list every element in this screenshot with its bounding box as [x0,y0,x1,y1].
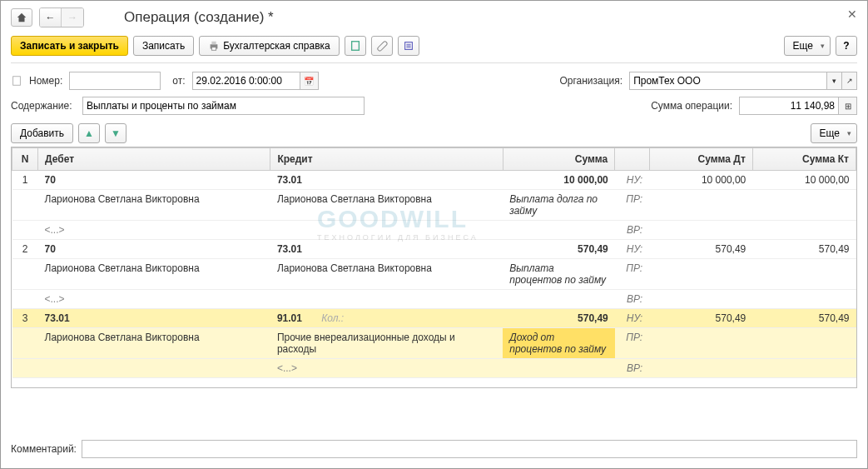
table-row[interactable]: 27073.01570,49НУ:570,49570,49 [12,240,856,259]
calendar-button[interactable]: 📅 [300,72,319,90]
cell-sumdt: 570,49 [649,240,752,259]
table-header-row: N Дебет Кредит Сумма Сумма Дт Сумма Кт [12,148,856,171]
col-n[interactable]: N [12,148,38,171]
sum-field: ⊞ [739,97,857,115]
close-button[interactable]: ✕ [847,7,857,21]
org-field: ▾ ↗ [629,72,857,90]
cell-credit-sub2 [270,221,503,240]
cell-tag-pr: ПР: [615,190,649,221]
row-content-sum: Содержание: Сумма операции: ⊞ [11,97,857,115]
window: ← → Операция (создание) * ✕ Записать и з… [0,0,868,469]
accounting-ref-button[interactable]: Бухгалтерская справка [199,36,340,56]
cell-debit-sub1: Ларионова Светлана Викторовна [38,259,270,290]
arrow-left-icon: ← [46,12,56,23]
comment-input[interactable] [82,440,857,458]
home-button[interactable] [11,8,32,27]
cell-sum: 570,49 [503,309,615,328]
cell-n: 3 [12,309,38,328]
close-icon: ✕ [847,7,857,21]
table-row[interactable]: 17073.0110 000,00НУ:10 000,0010 000,00 [12,171,856,190]
file-button[interactable] [345,36,366,56]
org-dropdown-button[interactable]: ▾ [827,72,842,90]
table-row[interactable]: 373.0191.01 Кол.:570,49НУ:570,49570,49 [12,309,856,328]
back-button[interactable]: ← [40,8,62,27]
page-title: Операция (создание) * [124,9,274,26]
cell-tag-nu: НУ: [615,309,649,328]
svg-rect-8 [13,77,21,86]
cell-tag-vr: ВР: [615,359,649,378]
number-input[interactable] [69,72,161,90]
calendar-icon: 📅 [304,77,314,86]
sum-calc-button[interactable]: ⊞ [839,97,857,115]
cell-credit-sub1: Ларионова Светлана Викторовна [270,190,503,221]
table-row[interactable]: <...>ВР: [12,290,856,309]
date-field: 📅 [192,72,319,90]
accounting-ref-label: Бухгалтерская справка [223,40,330,52]
open-icon: ↗ [846,77,853,85]
col-credit[interactable]: Кредит [270,148,503,171]
cell-credit-sub2: <...> [270,359,503,378]
doc-icon [11,75,22,87]
cell-tag-nu: НУ: [615,171,649,190]
table-row[interactable]: <...>ВР: [12,221,856,240]
table-row[interactable]: Ларионова Светлана ВикторовнаЛарионова С… [12,259,856,290]
cell-debit-acc: 73.01 [38,309,270,328]
table-row[interactable]: <...>ВР: [12,359,856,378]
forward-button[interactable]: → [62,8,83,27]
cell-credit-acc: 91.01 Кол.: [270,309,503,328]
save-button[interactable]: Записать [133,36,194,56]
cell-tag-pr: ПР: [615,328,649,359]
col-sum[interactable]: Сумма [503,148,615,171]
table-more-button[interactable]: Еще [811,123,857,143]
cell-tag-vr: ВР: [615,221,649,240]
cell-sumdt: 10 000,00 [649,171,752,190]
paperclip-icon [376,40,388,52]
col-debit[interactable]: Дебет [38,148,270,171]
table-toolbar: Добавить ▲ ▼ Еще [11,123,857,143]
cell-sumkt: 570,49 [752,240,856,259]
main-toolbar: Записать и закрыть Записать Бухгалтерска… [11,36,857,63]
cell-sum: 570,49 [503,240,615,259]
home-icon [16,12,27,23]
cell-tag-nu: НУ: [615,240,649,259]
entries-table-wrap: N Дебет Кредит Сумма Сумма Дт Сумма Кт 1… [11,147,857,388]
svg-rect-1 [212,42,216,45]
arrow-up-icon: ▲ [84,127,94,139]
add-button[interactable]: Добавить [11,123,73,143]
cell-sumkt: 570,49 [752,309,856,328]
cell-credit-acc: 73.01 [270,240,503,259]
file-icon [350,40,361,52]
table-row[interactable]: Ларионова Светлана ВикторовнаПрочие внер… [12,328,856,359]
org-input[interactable] [629,72,827,90]
move-up-button[interactable]: ▲ [78,123,100,143]
table-row[interactable]: Ларионова Светлана ВикторовнаЛарионова С… [12,190,856,221]
cell-credit-sub1: Ларионова Светлана Викторовна [270,259,503,290]
content-input[interactable] [82,97,365,115]
cell-tag-vr: ВР: [615,290,649,309]
register-button[interactable] [398,36,419,56]
arrow-down-icon: ▼ [111,127,121,139]
content-label: Содержание: [11,100,76,112]
cell-credit-acc: 73.01 [270,171,503,190]
col-tag[interactable] [615,148,649,171]
cell-debit-sub1: Ларионова Светлана Викторовна [38,190,270,221]
number-label: Номер: [29,75,62,87]
org-open-button[interactable]: ↗ [842,72,857,90]
attach-button[interactable] [371,36,393,56]
col-sumdt[interactable]: Сумма Дт [649,148,752,171]
printer-icon [208,40,220,52]
list-icon [403,40,414,52]
cell-desc: Доход от процентов по займу [503,328,615,359]
sum-input[interactable] [739,97,839,115]
entries-table: N Дебет Кредит Сумма Сумма Дт Сумма Кт 1… [12,147,856,378]
col-sumkt[interactable]: Сумма Кт [752,148,856,171]
cell-debit-acc: 70 [38,171,270,190]
arrow-right-icon: → [67,12,77,23]
move-down-button[interactable]: ▼ [105,123,126,143]
save-close-button[interactable]: Записать и закрыть [11,36,128,56]
more-button[interactable]: Еще [784,36,831,56]
cell-desc: Выплата долга по займу [503,190,615,221]
row-number-org: Номер: от: 📅 Организация: ▾ ↗ [11,72,857,90]
help-button[interactable]: ? [836,36,857,56]
date-input[interactable] [192,72,300,90]
